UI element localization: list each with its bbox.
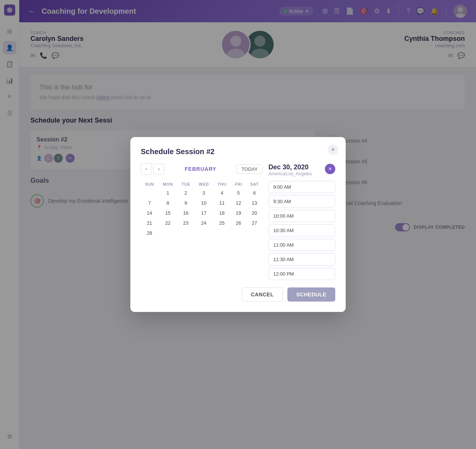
calendar-day[interactable]: 13 xyxy=(247,198,263,208)
calendar-day[interactable]: 4 xyxy=(213,188,231,198)
calendar-day[interactable]: 25 xyxy=(213,218,231,228)
day-header-sat: SAT xyxy=(247,180,263,188)
calendar-header: ‹ › FEBRUARY TODAY xyxy=(141,163,263,175)
calendar-day[interactable]: 5 xyxy=(231,188,247,198)
calendar-day[interactable]: 27 xyxy=(247,218,263,228)
calendar-day[interactable]: 8 xyxy=(158,198,177,208)
calendar-day[interactable]: 1 xyxy=(158,188,177,198)
prev-month-button[interactable]: ‹ xyxy=(141,163,152,175)
calendar-day[interactable]: 16 xyxy=(177,208,194,218)
modal-close-button[interactable]: × xyxy=(328,144,338,155)
calendar-grid: SUN MON TUE WED THU FRI SAT 123456789101… xyxy=(141,180,263,238)
calendar-day[interactable]: 21 xyxy=(141,218,158,228)
calendar-days-header: SUN MON TUE WED THU FRI SAT xyxy=(141,180,263,188)
calendar-day xyxy=(247,228,263,238)
calendar-day xyxy=(158,228,177,238)
time-slot-option[interactable]: 10:30 AM xyxy=(268,224,335,237)
calendar-day xyxy=(231,228,247,238)
calendar-day xyxy=(141,188,158,198)
calendar-day[interactable]: 14 xyxy=(141,208,158,218)
calendar-day[interactable]: 28 xyxy=(141,228,158,238)
time-slot-list: 9:00 AM9:30 AM10:00 AM10:30 AM11:00 AM11… xyxy=(268,181,335,280)
modal-title: Schedule Session #2 xyxy=(141,147,335,156)
calendar-day xyxy=(213,228,231,238)
cancel-button[interactable]: CANCEL xyxy=(242,287,283,302)
calendar-day[interactable]: 3 xyxy=(194,188,213,198)
time-slot-option[interactable]: 9:30 AM xyxy=(268,195,335,208)
modal-footer: CANCEL SCHEDULE xyxy=(141,287,335,302)
calendar-day[interactable]: 9 xyxy=(177,198,194,208)
time-slot-option[interactable]: 12:00 PM xyxy=(268,268,335,280)
day-header-fri: FRI xyxy=(231,180,247,188)
clear-date-button[interactable]: × xyxy=(325,164,335,174)
time-section: Dec 30, 2020 America/Los_Angeles 9:00 AM… xyxy=(268,163,335,280)
time-slot-option[interactable]: 11:00 AM xyxy=(268,239,335,251)
schedule-button[interactable]: SCHEDULE xyxy=(287,287,335,302)
calendar-day[interactable]: 26 xyxy=(231,218,247,228)
calendar-day[interactable]: 2 xyxy=(177,188,194,198)
time-slot-option[interactable]: 10:00 AM xyxy=(268,210,335,222)
time-slot-option[interactable]: 9:00 AM xyxy=(268,181,335,193)
schedule-modal: Schedule Session #2 × ‹ › FEBRUARY TODAY… xyxy=(130,137,346,312)
calendar-day[interactable]: 6 xyxy=(247,188,263,198)
cal-nav-buttons: ‹ › xyxy=(141,163,164,175)
calendar-day[interactable]: 18 xyxy=(213,208,231,218)
calendar-day[interactable]: 24 xyxy=(194,218,213,228)
day-header-wed: WED xyxy=(194,180,213,188)
calendar-day[interactable]: 7 xyxy=(141,198,158,208)
today-button[interactable]: TODAY xyxy=(237,165,263,174)
calendar-day[interactable]: 12 xyxy=(231,198,247,208)
calendar-day[interactable]: 10 xyxy=(194,198,213,208)
calendar-month-label: FEBRUARY xyxy=(185,166,216,172)
day-header-tue: TUE xyxy=(177,180,194,188)
calendar-body: 1234567891011121314151617181920212223242… xyxy=(141,188,263,238)
calendar-day[interactable]: 23 xyxy=(177,218,194,228)
calendar-day xyxy=(177,228,194,238)
calendar-day[interactable]: 15 xyxy=(158,208,177,218)
day-header-thu: THU xyxy=(213,180,231,188)
calendar-day[interactable]: 22 xyxy=(158,218,177,228)
calendar-day[interactable]: 19 xyxy=(231,208,247,218)
calendar-day[interactable]: 11 xyxy=(213,198,231,208)
day-header-mon: MON xyxy=(158,180,177,188)
next-month-button[interactable]: › xyxy=(153,163,164,175)
time-slot-option[interactable]: 11:30 AM xyxy=(268,253,335,266)
calendar-day[interactable]: 20 xyxy=(247,208,263,218)
calendar-section: ‹ › FEBRUARY TODAY SUN MON TUE WED THU xyxy=(141,163,263,280)
day-header-sun: SUN xyxy=(141,180,158,188)
modal-overlay: Schedule Session #2 × ‹ › FEBRUARY TODAY… xyxy=(0,0,476,449)
calendar-day[interactable]: 17 xyxy=(194,208,213,218)
calendar-day xyxy=(194,228,213,238)
selected-timezone: America/Los_Angeles xyxy=(268,171,335,176)
calendar-time-wrapper: ‹ › FEBRUARY TODAY SUN MON TUE WED THU xyxy=(141,163,335,280)
